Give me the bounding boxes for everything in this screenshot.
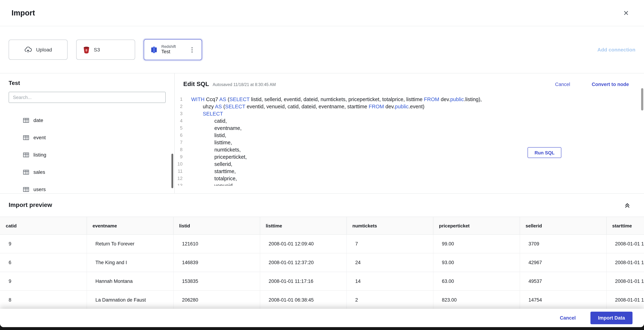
convert-to-node-link[interactable]: Convert to node: [592, 82, 629, 87]
code-line[interactable]: numtickets,: [191, 146, 644, 153]
code-line[interactable]: WITH Ccq7 AS (SELECT listid, sellerid, e…: [191, 96, 644, 103]
table-item-sales[interactable]: sales: [0, 163, 174, 181]
column-header-priceperticket: priceperticket: [433, 217, 520, 234]
table-cell: 14754: [520, 291, 606, 309]
page-title: Import: [12, 9, 35, 17]
line-number: 1: [175, 96, 182, 103]
table-cell: 2008-01-01 1: [606, 234, 644, 253]
table-cell: 7: [346, 234, 433, 253]
code-line[interactable]: totalprice,: [191, 175, 644, 182]
table-cell: 63.00: [433, 272, 520, 291]
table-cell: 153835: [173, 272, 260, 291]
table-cell: Hannah Montana: [86, 272, 173, 291]
table-cell: 6: [0, 253, 86, 272]
modal-header: Import ✕: [0, 0, 644, 26]
table-browser-panel: Test dateeventlistingsalesusers: [0, 73, 175, 193]
table-cell: 8: [0, 291, 86, 309]
sql-code-editor[interactable]: 12345678910111213 WITH Ccq7 AS (SELECT l…: [175, 96, 644, 186]
autosave-status: Autosaved 11/18/21 at 8:30:45 AM: [213, 82, 276, 87]
table-name: event: [34, 135, 46, 140]
code-line[interactable]: starttime,: [191, 168, 644, 175]
table-cell: 146839: [173, 253, 260, 272]
table-cell: 823.00: [433, 291, 520, 309]
table-row: 9Hannah Montana1538352008-01-01 11:17:16…: [0, 272, 644, 291]
table-cell: 9: [0, 234, 86, 253]
redshift-tile[interactable]: Redshift Test ⋮: [144, 39, 202, 60]
table-row: 8La Damnation de Faust2062802008-01-01 0…: [0, 291, 644, 309]
line-number: 5: [175, 124, 182, 132]
table-cell: 99.00: [433, 234, 520, 253]
code-line[interactable]: SELECT: [191, 110, 644, 117]
table-row: 6The King and I1468392008-01-01 12:37:20…: [0, 253, 644, 272]
close-icon[interactable]: ✕: [620, 7, 632, 19]
table-cell: 2008-01-01 1: [606, 253, 644, 272]
main-split: Test dateeventlistingsalesusers Edit SQL…: [0, 73, 644, 194]
code-line[interactable]: sellerid,: [191, 160, 644, 168]
table-cell: 206280: [173, 291, 260, 309]
code-line[interactable]: uhzy AS (SELECT eventid, venueid, catid,…: [191, 103, 644, 110]
cancel-button[interactable]: Cancel: [560, 315, 576, 321]
table-item-event[interactable]: event: [0, 129, 174, 146]
table-cell: 2008-01-01 1: [606, 291, 644, 309]
sql-header: Edit SQL Autosaved 11/18/21 at 8:30:45 A…: [175, 81, 644, 88]
table-cell: 14: [346, 272, 433, 291]
s3-tile[interactable]: S3: [76, 40, 135, 60]
table-icon: [23, 117, 29, 123]
import-data-button[interactable]: Import Data: [590, 312, 632, 324]
preview-table-head: catideventnamelistidlisttimenumticketspr…: [0, 217, 644, 234]
code-line[interactable]: listid,: [191, 132, 644, 139]
table-cell: 2008-01-01 11:17:16: [260, 272, 346, 291]
line-number: 11: [175, 168, 182, 175]
preview-header: Import preview: [0, 194, 644, 217]
table-list-scrollbar[interactable]: [172, 154, 173, 188]
preview-table: catideventnamelistidlisttimenumticketspr…: [0, 217, 644, 309]
import-preview-section: Import preview catideventnamelistidlistt…: [0, 194, 644, 327]
table-cell: Return To Forever: [86, 234, 173, 253]
table-name: sales: [34, 169, 45, 175]
s3-icon: [83, 46, 90, 53]
table-cell: 2: [346, 291, 433, 309]
import-modal: Import ✕ Upload: [0, 0, 644, 330]
line-number: 10: [175, 160, 182, 168]
preview-table-body: 9Return To Forever1216102008-01-01 12:09…: [0, 234, 644, 309]
column-header-numtickets: numtickets: [346, 217, 433, 234]
line-number: 2: [175, 103, 182, 110]
modal-scrollbar[interactable]: [641, 88, 643, 110]
search-input[interactable]: [8, 92, 166, 103]
table-cell: 9: [0, 272, 86, 291]
code-line[interactable]: priceperticket,: [191, 153, 644, 160]
collapse-section-icon[interactable]: [624, 202, 630, 208]
sql-cancel-link[interactable]: Cancel: [555, 82, 570, 87]
upload-cloud-icon: [24, 46, 32, 54]
header-row: catideventnamelistidlisttimenumticketspr…: [0, 217, 644, 234]
table-item-date[interactable]: date: [0, 112, 174, 129]
line-number: 4: [175, 117, 182, 124]
table-cell: 49537: [520, 272, 606, 291]
search-wrap: [0, 86, 174, 103]
code-line[interactable]: venueid,: [191, 182, 644, 186]
table-cell: 3709: [520, 234, 606, 253]
add-connection-link[interactable]: Add connection: [597, 47, 636, 53]
table-cell: 42967: [520, 253, 606, 272]
kebab-menu-icon[interactable]: ⋮: [184, 46, 195, 53]
s3-tile-label: S3: [94, 47, 100, 53]
table-item-listing[interactable]: listing: [0, 146, 174, 163]
table-cell: 2008-01-01 06:38:45: [260, 291, 346, 309]
line-number: 9: [175, 153, 182, 160]
code-line[interactable]: eventname,: [191, 124, 644, 132]
sql-editor-panel: Edit SQL Autosaved 11/18/21 at 8:30:45 A…: [175, 73, 644, 193]
run-sql-button[interactable]: Run SQL: [528, 147, 561, 158]
upload-tile[interactable]: Upload: [8, 40, 68, 60]
table-icon: [23, 152, 29, 158]
code-line[interactable]: catid,: [191, 117, 644, 124]
upload-tile-label: Upload: [36, 47, 52, 53]
redshift-icon: [150, 46, 158, 53]
connection-name-title: Test: [0, 80, 174, 86]
editor-code[interactable]: WITH Ccq7 AS (SELECT listid, sellerid, e…: [186, 96, 644, 186]
code-line[interactable]: listtime,: [191, 139, 644, 146]
table-item-users[interactable]: users: [0, 181, 174, 193]
column-header-listtime: listtime: [260, 217, 346, 234]
redshift-tile-type: Redshift: [161, 44, 176, 49]
line-number: 7: [175, 139, 182, 146]
table-cell: 24: [346, 253, 433, 272]
